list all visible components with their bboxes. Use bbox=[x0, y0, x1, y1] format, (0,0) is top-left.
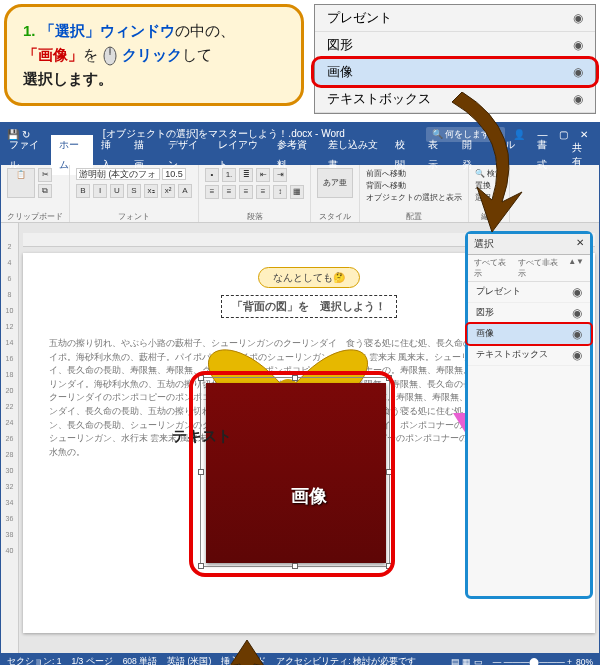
visibility-icon[interactable]: ◉ bbox=[572, 306, 582, 320]
highlight-outline bbox=[311, 56, 599, 88]
selection-handles[interactable] bbox=[200, 377, 390, 567]
status-section[interactable]: セクション: 1 bbox=[7, 656, 61, 665]
ribbon-group-paragraph: • 1. ≣ ⇤ ⇥ ≡ ≡ ≡ ≡ ↕ ▦ 段落 bbox=[199, 165, 311, 222]
font-color-button[interactable]: A bbox=[178, 184, 192, 198]
justify-button[interactable]: ≡ bbox=[256, 185, 270, 199]
status-bar: セクション: 1 1/3 ページ 608 単語 英語 (米国) 挿入モード アク… bbox=[1, 653, 599, 665]
italic-button[interactable]: I bbox=[93, 184, 107, 198]
align-left-button[interactable]: ≡ bbox=[205, 185, 219, 199]
tab-format[interactable]: 書式 bbox=[529, 135, 562, 175]
zoom-control[interactable]: — ———⬤——— + 80% bbox=[493, 657, 593, 665]
visibility-icon[interactable]: ◉ bbox=[573, 38, 583, 52]
sample-item-present[interactable]: プレゼント◉ bbox=[315, 5, 595, 32]
sample-item-image[interactable]: 画像◉ bbox=[315, 59, 595, 86]
status-lang[interactable]: 英語 (米国) bbox=[167, 656, 211, 665]
paste-button[interactable]: 📋 bbox=[7, 168, 35, 198]
cut-button[interactable]: ✂ bbox=[38, 168, 52, 182]
status-mode[interactable]: 挿入モード bbox=[221, 656, 266, 665]
sample-item-shape[interactable]: 図形◉ bbox=[315, 32, 595, 59]
vertical-ruler: 246810121416182022242628303234363840 bbox=[1, 223, 19, 653]
reorder-icons[interactable]: ▲▼ bbox=[568, 257, 584, 279]
pane-item-shape[interactable]: 図形◉ bbox=[468, 303, 590, 324]
selection-pane-button[interactable]: オブジェクトの選択と表示 bbox=[366, 192, 462, 203]
bold-button[interactable]: B bbox=[76, 184, 90, 198]
close-button[interactable]: ✕ bbox=[575, 129, 593, 140]
ribbon-tabs: ファイル ホーム 挿入 描画 デザイン レイアウト 参考資料 差し込み文書 校閲… bbox=[1, 145, 599, 165]
numbering-button[interactable]: 1. bbox=[222, 168, 236, 182]
bring-forward-button[interactable]: 前面へ移動 bbox=[366, 168, 462, 179]
replace-button[interactable]: 置換 bbox=[475, 180, 503, 191]
strike-button[interactable]: S bbox=[127, 184, 141, 198]
visibility-icon[interactable]: ◉ bbox=[572, 285, 582, 299]
ribbon-group-font: 游明朝 (本文のフォ 10.5 B I U S x₂ x² A フォント bbox=[70, 165, 199, 222]
status-accessibility[interactable]: アクセシビリティ: 検討が必要です bbox=[276, 656, 416, 665]
font-size-select[interactable]: 10.5 bbox=[162, 168, 186, 180]
status-page[interactable]: 1/3 ページ bbox=[71, 656, 112, 665]
select-button[interactable]: 選択 bbox=[475, 192, 503, 203]
shading-button[interactable]: ▦ bbox=[290, 185, 304, 199]
align-right-button[interactable]: ≡ bbox=[239, 185, 253, 199]
ribbon-group-clipboard: 📋 ✂ ⧉ クリップボード bbox=[1, 165, 70, 222]
hide-all-button[interactable]: すべて非表示 bbox=[518, 257, 561, 279]
selection-pane: 選択 ✕ すべて表示 すべて非表示 ▲▼ プレゼント◉ 図形◉ 画像◉ テキスト… bbox=[465, 231, 593, 599]
ribbon-group-styles: あア亜 スタイル bbox=[311, 165, 360, 222]
sample-item-textbox[interactable]: テキストボックス◉ bbox=[315, 86, 595, 113]
multilevel-button[interactable]: ≣ bbox=[239, 168, 253, 182]
visibility-icon[interactable]: ◉ bbox=[573, 65, 583, 79]
ribbon: 📋 ✂ ⧉ クリップボード 游明朝 (本文のフォ 10.5 B I U bbox=[1, 165, 599, 223]
pane-item-textbox[interactable]: テキストボックス◉ bbox=[468, 345, 590, 366]
ribbon-group-editing: 🔍 検索 置換 選択 編集 bbox=[469, 165, 510, 222]
pane-item-present[interactable]: プレゼント◉ bbox=[468, 282, 590, 303]
show-all-button[interactable]: すべて表示 bbox=[474, 257, 510, 279]
visibility-icon[interactable]: ◉ bbox=[572, 327, 582, 341]
increase-indent-button[interactable]: ⇥ bbox=[273, 168, 287, 182]
decrease-indent-button[interactable]: ⇤ bbox=[256, 168, 270, 182]
speech-bubble[interactable]: なんとしても🤔 bbox=[258, 267, 360, 288]
visibility-icon[interactable]: ◉ bbox=[573, 92, 583, 106]
svg-rect-2 bbox=[109, 49, 111, 53]
sub-button[interactable]: x₂ bbox=[144, 184, 158, 198]
headline-textbox[interactable]: 「背面の図」を 選択しよう！ bbox=[221, 295, 397, 318]
underline-button[interactable]: U bbox=[110, 184, 124, 198]
step-number-1: 1. bbox=[23, 22, 36, 39]
copy-button[interactable]: ⧉ bbox=[38, 184, 52, 198]
pane-item-image[interactable]: 画像◉ bbox=[468, 324, 590, 345]
sample-selection-panel: プレゼント◉ 図形◉ 画像◉ テキストボックス◉ bbox=[314, 4, 596, 114]
align-center-button[interactable]: ≡ bbox=[222, 185, 236, 199]
word-app-window: 💾 ↻ [オブジェクトの選択]をマスターしよう！.docx - Word 🔍 何… bbox=[0, 122, 600, 665]
selection-pane-close-icon[interactable]: ✕ bbox=[576, 237, 584, 251]
status-words[interactable]: 608 単語 bbox=[123, 656, 158, 665]
mouse-icon bbox=[102, 45, 118, 67]
share-button[interactable]: 共有 bbox=[562, 141, 599, 169]
line-spacing-button[interactable]: ↕ bbox=[273, 185, 287, 199]
document-area: 246810121416182022242628303234363840 なんと… bbox=[1, 223, 599, 653]
visibility-icon[interactable]: ◉ bbox=[572, 348, 582, 362]
font-name-select[interactable]: 游明朝 (本文のフォ bbox=[76, 168, 160, 180]
style-normal[interactable]: あア亜 bbox=[317, 168, 353, 198]
instruction-1-callout: 1. 「選択」ウィンドウの中の、 「画像」を クリックして 選択します。 bbox=[4, 4, 304, 106]
view-buttons[interactable]: ▤ ▦ ▭ bbox=[451, 657, 483, 665]
find-button[interactable]: 🔍 検索 bbox=[475, 168, 503, 179]
tutorial-container: 1. 「選択」ウィンドウの中の、 「画像」を クリックして 選択します。 プレゼ… bbox=[0, 0, 600, 665]
ribbon-group-arrange: 前面へ移動 背面へ移動 オブジェクトの選択と表示 配置 bbox=[360, 165, 469, 222]
visibility-icon[interactable]: ◉ bbox=[573, 11, 583, 25]
sup-button[interactable]: x² bbox=[161, 184, 175, 198]
send-backward-button[interactable]: 背面へ移動 bbox=[366, 180, 462, 191]
selection-pane-title: 選択 bbox=[474, 237, 494, 251]
bullets-button[interactable]: • bbox=[205, 168, 219, 182]
